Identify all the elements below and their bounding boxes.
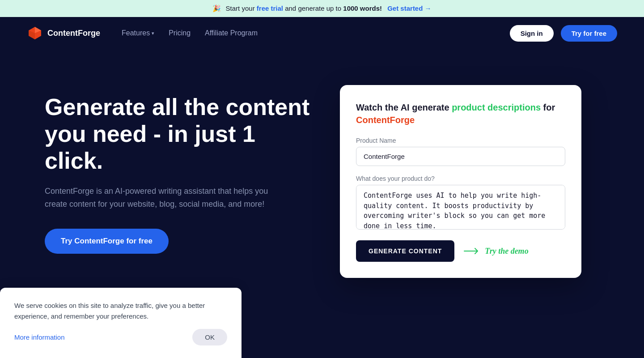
demo-card-title: Watch the AI generate product descriptio… [356, 101, 565, 126]
logo-icon [27, 25, 43, 41]
product-desc-group: What does your product do? ContentForge … [356, 175, 565, 231]
banner-emoji: 🎉 [212, 4, 221, 12]
generate-content-button[interactable]: GENERATE CONTENT [356, 240, 454, 262]
product-name-group: Product Name [356, 137, 565, 166]
signin-button[interactable]: Sign in [510, 25, 554, 42]
navbar: ContentForge Features ▾ Pricing Affiliat… [0, 17, 644, 49]
banner-text-mid: and generate up to [283, 4, 343, 12]
hero-left: Generate all the content you need - in j… [45, 85, 313, 254]
try-demo-label: Try the demo [463, 247, 528, 256]
top-banner: 🎉 Start your free trial and generate up … [0, 0, 644, 17]
nav-links: Features ▾ Pricing Affiliate Program [122, 29, 258, 37]
logo[interactable]: ContentForge [27, 25, 100, 41]
hero-title: Generate all the content you need - in j… [45, 94, 313, 174]
product-desc-label: What does your product do? [356, 175, 565, 182]
try-free-button[interactable]: Try for free [561, 25, 617, 42]
banner-bold: 1000 words! [343, 4, 382, 12]
chevron-down-icon: ▾ [152, 30, 154, 36]
cookie-banner: We serve cookies on this site to analyze… [0, 288, 242, 358]
cookie-footer: More information OK [14, 329, 227, 345]
cookie-text: We serve cookies on this site to analyze… [14, 300, 227, 322]
nav-affiliate[interactable]: Affiliate Program [205, 29, 258, 37]
arrow-icon [463, 247, 481, 256]
product-name-label: Product Name [356, 137, 565, 144]
demo-title-pre: Watch the AI generate [356, 102, 452, 112]
logo-text: ContentForge [47, 29, 100, 38]
product-desc-textarea[interactable]: ContentForge uses AI to help you write h… [356, 185, 565, 230]
product-name-input[interactable] [356, 147, 565, 166]
nav-right: Sign in Try for free [510, 25, 617, 42]
nav-left: ContentForge Features ▾ Pricing Affiliat… [27, 25, 258, 41]
hero-cta-button[interactable]: Try ContentForge for free [45, 229, 169, 254]
demo-title-green: product descriptions [452, 102, 541, 112]
demo-title-mid: for [541, 102, 555, 112]
nav-pricing[interactable]: Pricing [169, 29, 191, 37]
cookie-ok-button[interactable]: OK [192, 329, 227, 345]
nav-features[interactable]: Features ▾ [122, 29, 154, 37]
hero-subtitle: ContentForge is an AI-powered writing as… [45, 185, 277, 211]
demo-card: Watch the AI generate product descriptio… [340, 85, 581, 278]
banner-highlight: free trial [257, 4, 283, 12]
try-demo-text: Try the demo [485, 247, 528, 256]
cookie-more-info[interactable]: More information [14, 333, 65, 341]
demo-title-orange: ContentForge [356, 115, 415, 125]
banner-cta[interactable]: Get started → [387, 4, 431, 12]
demo-footer: GENERATE CONTENT Try the demo [356, 240, 565, 262]
banner-text-pre: Start your [226, 4, 257, 12]
